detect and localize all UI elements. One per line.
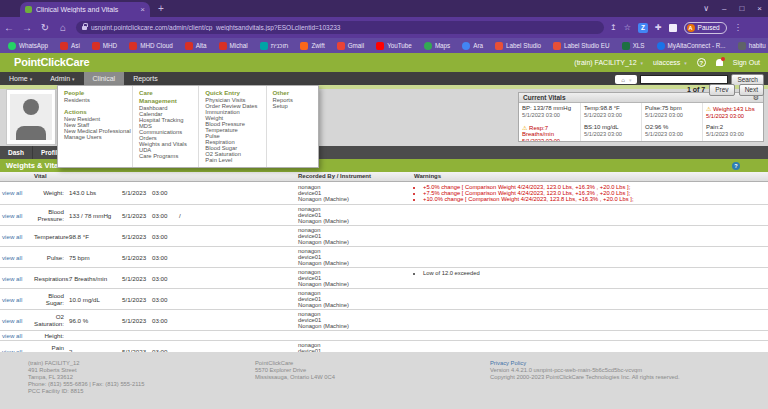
- extension-z-icon[interactable]: Z: [638, 23, 648, 33]
- sign-out-link[interactable]: Sign Out: [733, 59, 760, 66]
- nav-item-home[interactable]: Home ▾: [0, 72, 41, 85]
- vital-time: 03:00: [150, 181, 177, 205]
- new-tab-button[interactable]: +: [158, 3, 164, 14]
- view-all-link[interactable]: view all: [2, 332, 22, 339]
- nav-item-reports[interactable]: Reports: [124, 72, 167, 85]
- prev-button[interactable]: Prev: [709, 84, 734, 96]
- help-icon[interactable]: ?: [697, 58, 706, 67]
- back-icon[interactable]: ←: [0, 22, 18, 33]
- share-icon[interactable]: ↥: [610, 23, 617, 32]
- bookmark-item[interactable]: MHD Cloud: [129, 42, 173, 50]
- bookmark-item[interactable]: Asi: [60, 42, 80, 50]
- bookmark-item[interactable]: Alta: [185, 42, 207, 50]
- bookmark-item[interactable]: habitu: [738, 42, 766, 50]
- vital-date: 5/1/2023 03:00: [584, 112, 638, 118]
- view-all-link[interactable]: view all: [2, 233, 22, 240]
- extensions-puzzle-icon[interactable]: ✚: [655, 23, 662, 32]
- tab-dash[interactable]: Dash: [0, 146, 33, 159]
- view-all-link[interactable]: view all: [2, 275, 22, 282]
- minimize-button[interactable]: –: [722, 4, 726, 13]
- close-button[interactable]: ×: [757, 4, 762, 13]
- forward-icon[interactable]: →: [18, 22, 36, 33]
- view-all-link[interactable]: view all: [2, 212, 22, 219]
- browser-tab[interactable]: Clinical Weights and Vitals ×: [20, 2, 150, 17]
- view-all-link[interactable]: view all: [2, 317, 22, 324]
- facility-selector[interactable]: (train) FACILITY_12 ▾: [574, 59, 643, 66]
- footer-company: PointClickCare5570 Explorer DriveMississ…: [255, 360, 335, 381]
- bookmark-star-icon[interactable]: ☆: [624, 23, 631, 32]
- bookmark-item[interactable]: Zwift: [300, 42, 324, 50]
- menu-item[interactable]: Pain Level: [205, 157, 259, 163]
- notifications-bell-icon[interactable]: [716, 59, 723, 66]
- caret-down-icon: ▾: [629, 77, 632, 83]
- bookmark-item[interactable]: Michal: [219, 42, 248, 50]
- bookmark-item[interactable]: WhatsApp: [8, 42, 48, 50]
- reload-icon[interactable]: ↻: [36, 22, 54, 33]
- bookmark-label: Ara: [473, 42, 483, 49]
- bookmark-item[interactable]: Maps: [424, 42, 450, 50]
- menu-item[interactable]: Residents: [64, 97, 126, 103]
- vital-value: Pain:2: [706, 124, 760, 130]
- bookmark-item[interactable]: Gmail: [337, 42, 364, 50]
- bookmark-label: MyAltaConnect - R...: [668, 42, 726, 49]
- bookmark-favicon-icon: [337, 42, 345, 50]
- view-all-link[interactable]: view all: [2, 254, 22, 261]
- next-button[interactable]: Next: [739, 84, 764, 96]
- tab-close-icon[interactable]: ×: [140, 6, 145, 14]
- section-help-icon[interactable]: ?: [732, 162, 740, 170]
- vital-value: ⚠ Resp:7 Breaths/min: [522, 124, 577, 137]
- clinical-menu: PeopleResidentsActionsNew ResidentNew St…: [57, 85, 319, 168]
- privacy-policy-link[interactable]: Privacy Policy: [490, 360, 680, 367]
- bookmark-favicon-icon: [738, 42, 746, 50]
- footer-line: Copyright 2000-2023 PointClickCare Techn…: [490, 374, 680, 381]
- vital-label: Height:: [32, 331, 67, 341]
- recorded-by-line: Nonagon (Machine): [298, 239, 410, 245]
- bookmark-item[interactable]: YouTube: [376, 42, 412, 50]
- vital-value: 143.0 Lbs: [67, 181, 120, 205]
- bookmark-label: YouTube: [387, 42, 412, 49]
- view-all-link[interactable]: view all: [2, 296, 22, 303]
- menu-item[interactable]: Manage Users: [64, 134, 126, 140]
- bookmark-favicon-icon: [219, 42, 227, 50]
- profile-paused-button[interactable]: A Paused: [684, 22, 727, 34]
- address-bar[interactable]: usnpint.pointclickcare.com/admin/client/…: [76, 21, 604, 34]
- bookmark-item[interactable]: Label Studio EU: [553, 42, 610, 50]
- vital-date: 5/1/2023 03:00: [645, 112, 699, 118]
- bookmarks-bar: WhatsAppAsiMHDMHD CloudAltaMichalתוכניתZ…: [0, 38, 768, 53]
- maximize-button[interactable]: □: [739, 4, 744, 13]
- table-row: view allWeight:143.0 Lbs5/1/202303:00non…: [0, 181, 768, 205]
- bookmark-favicon-icon: [185, 42, 193, 50]
- tab-search-icon[interactable]: ∨: [703, 4, 709, 13]
- menu-group-header: Actions: [64, 108, 126, 116]
- warnings-cell: [412, 226, 768, 247]
- user-menu[interactable]: uiaccess ▾: [653, 59, 687, 66]
- warnings-cell: [412, 205, 768, 226]
- recorded-by-cell: nonagondevice01Nonagon (Machine): [296, 289, 412, 310]
- search-scope-dropdown[interactable]: ⌂▾: [615, 75, 637, 84]
- nav-item-clinical[interactable]: Clinical: [84, 72, 125, 85]
- view-all-link[interactable]: view all: [2, 189, 22, 196]
- browser-menu-icon[interactable]: ⋮: [734, 23, 742, 32]
- vital-label: Blood Pressure:: [32, 205, 67, 226]
- vital-cell: BS:10 mg/dL5/1/2023 03:00: [581, 122, 642, 141]
- bookmark-label: Zwift: [311, 42, 324, 49]
- home-icon[interactable]: ⌂: [54, 22, 72, 33]
- bookmark-item[interactable]: תוכנית: [260, 42, 289, 50]
- bookmark-item[interactable]: MyAltaConnect - R...: [657, 42, 726, 50]
- nav-item-admin[interactable]: Admin ▾: [41, 72, 83, 85]
- vital-value: ⚠ Weight:143 Lbs: [706, 105, 760, 112]
- menu-column: OtherReportsSetup: [266, 86, 318, 167]
- bookmark-item[interactable]: Ara: [462, 42, 483, 50]
- vital-time: 03:00: [150, 289, 177, 310]
- vital-extra: [177, 226, 296, 247]
- vital-cell: Temp:98.8 °F5/1/2023 03:00: [581, 103, 642, 122]
- menu-column-header: People: [64, 89, 126, 97]
- bookmark-item[interactable]: Label Studio: [495, 42, 541, 50]
- extension-square-icon[interactable]: [669, 24, 677, 32]
- menu-item[interactable]: Setup: [273, 103, 312, 109]
- bookmark-item[interactable]: MHD: [92, 42, 117, 50]
- vital-time: 03:00: [150, 205, 177, 226]
- menu-item[interactable]: Care Programs: [139, 153, 192, 159]
- bookmark-item[interactable]: XLS: [622, 42, 645, 50]
- recorded-by-line: Nonagon (Machine): [298, 218, 410, 224]
